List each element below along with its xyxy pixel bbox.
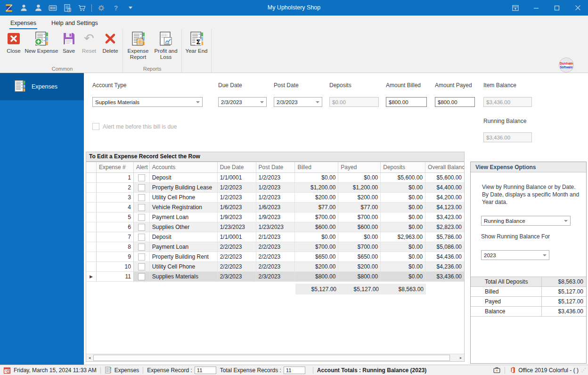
tab-expenses[interactable]: Expenses: [9, 17, 37, 29]
person-alt-icon[interactable]: [33, 3, 43, 13]
panel-title: View Expense Options: [471, 162, 586, 172]
column-header-billed[interactable]: Billed: [295, 162, 338, 172]
settings-gear-icon[interactable]: [96, 3, 106, 13]
table-row[interactable]: 9Property Building Rent2/2/20232/2/2023$…: [86, 252, 464, 262]
alert-checkbox[interactable]: [138, 174, 145, 181]
row-select-indicator: [86, 222, 97, 232]
close-window-icon[interactable]: [567, 0, 588, 16]
expense-report-button[interactable]: Expense Report: [124, 29, 152, 60]
amount-payed-field[interactable]: $800.00: [435, 97, 475, 107]
alert-checkbox[interactable]: [138, 253, 145, 261]
alert-checkbox[interactable]: [138, 244, 145, 251]
column-header-overall-balance[interactable]: Overall Balance: [425, 162, 464, 172]
save-button[interactable]: Save: [59, 29, 79, 54]
payed-cell: $200.00: [338, 262, 381, 272]
due-date-cell: 1/9/2023: [218, 212, 256, 222]
totals-row-balance: Balance $3,436.00: [471, 307, 586, 317]
column-header-post-date[interactable]: Post Date: [256, 162, 295, 172]
column-header-deposits[interactable]: Deposits: [381, 162, 425, 172]
account-totals-status: Account Totals : Running Balance (2023): [317, 367, 426, 374]
total-records-value[interactable]: 11: [284, 367, 305, 374]
scroll-left-icon[interactable]: ◂: [86, 354, 93, 361]
scroll-right-icon[interactable]: ▸: [457, 354, 464, 361]
post-date-picker[interactable]: 2/3/2023: [274, 97, 322, 107]
alert-checkbox[interactable]: [138, 263, 145, 270]
alert-checkbox[interactable]: [138, 204, 145, 211]
reset-button[interactable]: ↶ Reset: [79, 29, 99, 54]
amount-payed-label: Amount Payed: [435, 82, 472, 89]
row-select-indicator: [86, 252, 97, 262]
accounts-cell: Vehicle Registration: [150, 203, 218, 212]
column-header-due-date[interactable]: Due Date: [218, 162, 256, 172]
shopping-cart-icon[interactable]: [77, 3, 87, 13]
column-header-accounts[interactable]: Accounts: [150, 162, 218, 172]
table-row[interactable]: 3Utility Cell Phone1/2/20231/2/2023$200.…: [86, 193, 464, 203]
close-button[interactable]: Close: [3, 29, 24, 54]
scrollbar-thumb[interactable]: [93, 355, 450, 361]
alert-checkbox[interactable]: [138, 224, 145, 231]
table-row[interactable]: 4Vehicle Registration1/6/20231/6/2023$77…: [86, 203, 464, 212]
alert-checkbox[interactable]: [138, 214, 145, 221]
briefcase-icon[interactable]: [493, 366, 501, 374]
expense-number-cell: 4: [97, 203, 134, 212]
alert-checkbox[interactable]: [138, 273, 145, 280]
ribbon-display-options-icon[interactable]: [505, 0, 526, 16]
due-date-picker[interactable]: 2/3/2023: [218, 97, 267, 107]
total-deposits: $8,563.00: [381, 284, 426, 294]
table-row[interactable]: 2Property Building Lease1/2/20231/2/2023…: [86, 183, 464, 193]
svg-text:Σ: Σ: [196, 38, 201, 46]
table-row[interactable]: 8Payment Loan2/2/20232/2/2023$700.00$700…: [86, 242, 464, 252]
office-theme-label[interactable]: Office 2019 Colorful - ( ): [518, 367, 579, 374]
profit-and-loss-button[interactable]: Profit and Loss: [152, 29, 180, 60]
accounts-cell: Property Building Lease: [150, 183, 218, 193]
table-row[interactable]: 10Utility Cell Phone2/2/20232/2/2023$200…: [86, 262, 464, 272]
alert-cell: [134, 252, 150, 262]
alert-before-due-checkbox[interactable]: Alert me before this bill is due: [92, 123, 177, 130]
running-balance-label: Running Balance: [483, 118, 526, 124]
alert-cell: [134, 212, 150, 222]
help-icon[interactable]: ?: [111, 3, 121, 13]
expense-number-cell: 11: [97, 272, 134, 282]
column-header-payed[interactable]: Payed: [338, 162, 381, 172]
toolbar-dropdown-icon[interactable]: [125, 3, 136, 13]
invoice-icon[interactable]: $: [62, 3, 73, 13]
delete-button[interactable]: Delete: [99, 29, 121, 54]
amount-billed-label: Amount Billed: [386, 82, 421, 89]
year-combo[interactable]: 2023: [481, 250, 549, 260]
minimize-icon[interactable]: [526, 0, 547, 16]
payed-cell: $77.00: [338, 203, 381, 212]
column-header-alert[interactable]: Alert: [134, 162, 150, 172]
horizontal-scrollbar[interactable]: ◂ ▸: [86, 354, 464, 361]
table-row[interactable]: 5Payment Loan1/9/20231/9/2023$700.00$700…: [86, 212, 464, 222]
sidebar-item-expenses[interactable]: Expenses: [0, 73, 84, 100]
barcode-icon[interactable]: [48, 3, 58, 13]
table-row[interactable]: 1Deposit1/1/00011/2/2023$0.00$0.00$5,600…: [86, 173, 464, 183]
new-expense-button[interactable]: New Expense: [24, 29, 59, 54]
due-date-cell: 1/6/2023: [218, 203, 256, 212]
table-row[interactable]: ▶11Supplies Materials2/3/20232/3/2023$80…: [86, 272, 464, 282]
due-date-cell: 2/2/2023: [218, 262, 256, 272]
expense-record-value[interactable]: 11: [195, 367, 216, 374]
post-date-cell: 1/9/2023: [256, 212, 295, 222]
deposits-cell: $0.00: [381, 262, 425, 272]
person-icon[interactable]: [18, 3, 29, 13]
resize-grip[interactable]: ⋰: [581, 367, 586, 373]
chevron-down-icon: [564, 220, 568, 222]
payed-cell: $200.00: [338, 193, 381, 203]
title-bar: $ ? My Upholstery Shop: [0, 0, 588, 16]
alert-checkbox[interactable]: [138, 184, 145, 191]
table-row[interactable]: 7Deposit1/1/00012/1/2023$0.00$0.00$2,963…: [86, 232, 464, 242]
app-window: $ ? My Upholstery Shop: [0, 0, 588, 375]
maximize-icon[interactable]: [547, 0, 567, 16]
tab-help-and-settings[interactable]: Help and Settings: [50, 17, 99, 29]
year-end-button[interactable]: Σ Year End: [183, 29, 210, 54]
alert-checkbox[interactable]: [138, 234, 145, 241]
view-mode-combo[interactable]: Running Balance: [481, 216, 571, 226]
due-date-cell: 1/1/0001: [218, 232, 256, 242]
alert-checkbox[interactable]: [138, 194, 145, 201]
account-type-combo[interactable]: Supplies Materials: [92, 97, 203, 107]
show-running-balance-label: Show Running Balance For: [481, 233, 550, 240]
column-header-expense-number[interactable]: Expense #: [97, 162, 134, 172]
table-row[interactable]: 6Supplies Other1/23/20231/23/2023$600.00…: [86, 222, 464, 232]
amount-billed-field[interactable]: $800.00: [386, 97, 427, 107]
